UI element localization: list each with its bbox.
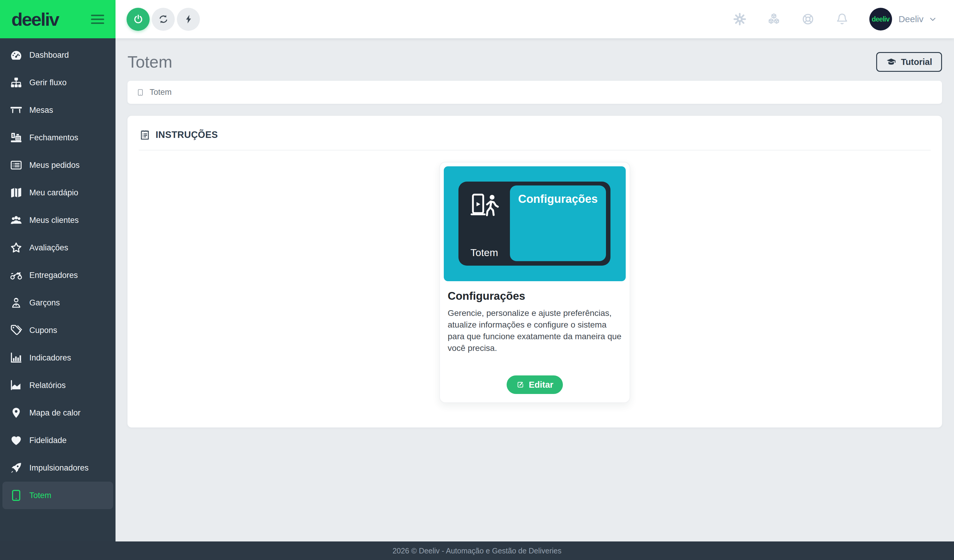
hamburger-menu-icon[interactable] [91,15,104,24]
edit-button[interactable]: Editar [507,375,563,394]
sidebar-item-meus-pedidos[interactable]: Meus pedidos [2,151,113,179]
config-promo-image: Totem Configurações [444,166,626,281]
tutorial-button-label: Tutorial [901,57,932,67]
sidebar-item-label: Meu cardápio [29,188,78,198]
config-promo-body: Configurações Gerencie, personalize e aj… [440,285,630,402]
config-promo-card: Totem Configurações Configurações Gerenc… [439,162,630,403]
refresh-icon [158,14,169,25]
footer-text: 2026 © Deeliv - Automação e Gestão de De… [393,546,562,555]
modules-button[interactable] [767,12,781,26]
main-content: Totem Tutorial Totem INSTRUÇÕES Totem Co… [115,38,954,541]
user-name: Deeliv [899,14,923,24]
sidebar-item-garcons[interactable]: Garçons [2,289,113,316]
sidebar-item-impulsionadores[interactable]: Impulsionadores [2,454,113,482]
waiter-icon [9,296,23,309]
sidebar-item-label: Gerir fluxo [29,78,67,87]
tablet-icon [9,489,23,502]
heart-icon [9,434,23,447]
sidebar-item-label: Relatórios [29,381,66,390]
people-icon [9,213,23,227]
sidebar-item-label: Garçons [29,298,60,308]
sidebar-item-avaliacoes[interactable]: Avaliações [2,234,113,261]
avatar: deeliv [869,8,892,31]
bolt-icon [183,14,194,25]
sidebar-item-label: Meus pedidos [29,161,80,170]
sidebar-item-label: Dashboard [29,51,69,60]
map-icon [9,186,23,199]
area-chart-icon [9,379,23,392]
tags-icon [9,324,23,337]
sidebar-item-label: Mesas [29,106,53,115]
tablet-icon [136,89,144,96]
memo-icon [139,129,151,141]
power-icon [132,14,144,25]
support-button[interactable] [801,12,815,26]
gauge-icon [9,48,23,62]
edit-button-label: Editar [529,380,553,390]
user-menu[interactable]: deeliv Deeliv [869,8,937,31]
sidebar-item-label: Entregadores [29,271,78,280]
page-head: Totem Tutorial [128,52,942,72]
sidebar-item-meus-clientes[interactable]: Meus clientes [2,207,113,234]
table-icon [9,104,23,117]
sidebar-item-dashboard[interactable]: Dashboard [2,41,113,69]
sidebar-item-cupons[interactable]: Cupons [2,316,113,344]
bar-chart-icon [9,351,23,364]
sidebar-item-label: Meus clientes [29,216,79,225]
sidebar-logo-bar: deeliv [0,0,115,38]
lifebuoy-icon [801,12,815,26]
sidebar-item-meu-cardapio[interactable]: Meu cardápio [2,179,113,207]
sidebar-item-gerir-fluxo[interactable]: Gerir fluxo [2,69,113,96]
motorcycle-icon [9,269,23,282]
sidebar-item-entregadores[interactable]: Entregadores [2,261,113,289]
flow-icon [9,76,23,89]
cubes-icon [767,12,781,26]
promo-inset-title: Configurações [510,193,606,205]
instructions-card: INSTRUÇÕES Totem Configurações Configura… [128,116,942,428]
sidebar-item-label: Fechamentos [29,133,78,142]
sidebar-item-label: Impulsionadores [29,464,89,473]
divider [139,150,931,151]
promo-teal-inset: Configurações [510,185,606,261]
sidebar-item-label: Totem [29,491,51,500]
sidebar-nav: Dashboard Gerir fluxo Mesas $ Fechamento… [0,38,115,509]
refresh-button[interactable] [152,8,175,31]
promo-heading: Configurações [448,290,622,302]
quick-actions [126,8,200,31]
bolt-button[interactable] [177,8,200,31]
pencil-square-icon [516,381,525,389]
breadcrumb-label: Totem [150,88,172,97]
power-button[interactable] [126,8,150,31]
breadcrumb: Totem [128,81,942,104]
sidebar-item-label: Indicadores [29,353,71,362]
sidebar-item-relatorios[interactable]: Relatórios [2,372,113,399]
sidebar-item-label: Fidelidade [29,436,67,445]
list-icon [9,159,23,172]
sidebar-item-totem[interactable]: Totem [2,482,113,509]
notifications-button[interactable] [835,12,849,26]
bell-icon [835,12,849,26]
sidebar-item-fidelidade[interactable]: Fidelidade [2,426,113,454]
sidebar-item-fechamentos[interactable]: $ Fechamentos [2,124,113,151]
avatar-logo-text: deeliv [872,15,889,23]
topbar: deeliv Deeliv [115,0,954,38]
footer: 2026 © Deeliv - Automação e Gestão de De… [0,541,954,560]
settings-button[interactable] [733,12,747,26]
sidebar-item-label: Cupons [29,326,57,335]
graduation-cap-icon [886,57,896,67]
chevron-down-icon [928,15,937,23]
promo-panel-label: Totem [471,247,498,258]
sidebar-item-mesas[interactable]: Mesas [2,96,113,124]
sidebar-item-label: Mapa de calor [29,408,81,418]
sidebar-item-indicadores[interactable]: Indicadores [2,344,113,372]
map-pin-icon [9,406,23,419]
page-title: Totem [128,52,172,72]
gear-icon [733,12,747,26]
rocket-icon [9,461,23,474]
promo-dark-panel: Totem Configurações [458,182,611,266]
brand-logo: deeliv [11,9,59,30]
sidebar-item-label: Avaliações [29,243,68,252]
sidebar-item-mapa-de-calor[interactable]: Mapa de calor [2,399,113,426]
totem-door-icon [469,190,502,220]
tutorial-button[interactable]: Tutorial [876,52,942,72]
